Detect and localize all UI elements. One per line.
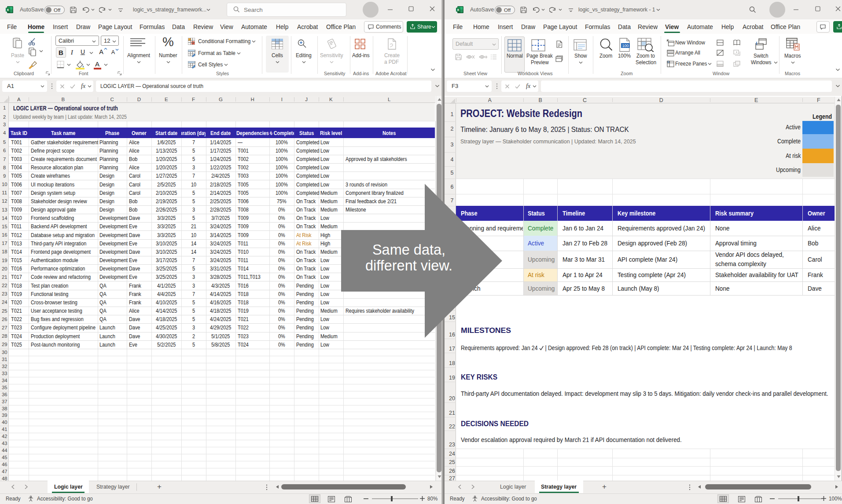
svg-text:100: 100 — [622, 44, 629, 48]
svg-text:X: X — [457, 8, 460, 12]
svg-text:different view.: different view. — [365, 258, 452, 274]
svg-text:Same data,: Same data, — [372, 242, 445, 258]
svg-text:X: X — [7, 8, 9, 12]
